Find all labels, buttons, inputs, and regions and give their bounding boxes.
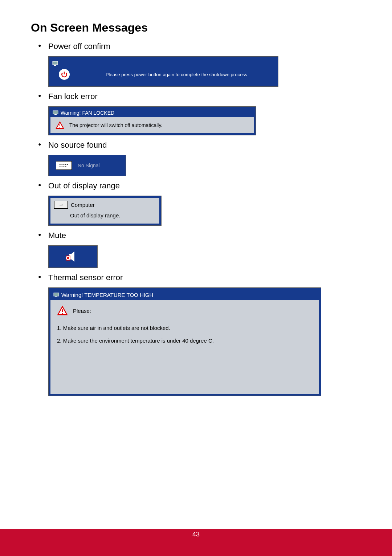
dialog-no-signal: ● ● ● ● ●● ● ● ● No Signal — [48, 155, 126, 176]
no-signal-message: No Signal — [78, 163, 100, 168]
svg-rect-4 — [60, 124, 60, 126]
thermal-title: Warning! TEMPERATURE TOO HIGH — [61, 292, 153, 298]
item-label-thermal: Thermal sensor error — [48, 273, 123, 282]
out-of-range-source: Computer — [71, 202, 95, 208]
monitor-icon — [52, 61, 58, 66]
dialog-out-of-range: ∴∴∴ Computer Out of display range. — [48, 196, 162, 226]
item-label-out-of-range: Out of display range — [48, 181, 120, 190]
item-label-power-off: Power off confirm — [48, 42, 110, 51]
item-label-no-source: No source found — [48, 140, 107, 150]
page-number: 43 — [192, 531, 200, 538]
power-icon — [59, 69, 70, 80]
mute-icon — [66, 252, 80, 262]
svg-rect-12 — [62, 309, 63, 312]
vga-icon: ● ● ● ● ●● ● ● ● — [56, 161, 72, 170]
item-label-mute: Mute — [48, 231, 66, 240]
page-heading: On Screen Messages — [31, 21, 361, 34]
dialog-mute — [48, 245, 98, 268]
dialog-power-off: Please press power button again to compl… — [48, 56, 278, 87]
svg-rect-0 — [53, 61, 58, 65]
dialog-thermal: Warning! TEMPERATURE TOO HIGH Please: 1.… — [48, 287, 321, 396]
thermal-step-1: 1. Make sure air in and outlets are not … — [57, 325, 313, 331]
svg-rect-1 — [54, 65, 56, 66]
svg-rect-11 — [55, 297, 57, 297]
svg-rect-13 — [62, 313, 63, 314]
out-of-range-message: Out of display range. — [54, 212, 156, 218]
monitor-icon — [53, 293, 59, 298]
thermal-please: Please: — [73, 308, 91, 314]
dialog-fan-lock: Warning! FAN LOCKED The projector will s… — [48, 106, 256, 135]
power-off-message: Please press power button again to compl… — [81, 72, 272, 77]
thermal-step-2: 2. Make sure the environment temperature… — [57, 338, 313, 344]
svg-rect-5 — [60, 127, 60, 128]
fan-lock-message: The projector will switch off automatica… — [69, 122, 162, 128]
item-label-fan-lock: Fan lock error — [48, 92, 98, 101]
svg-rect-10 — [54, 293, 59, 296]
warning-icon — [56, 121, 64, 130]
page-footer: 43 — [0, 529, 392, 556]
vga-icon: ∴∴∴ — [54, 201, 68, 209]
fan-lock-title: Warning! FAN LOCKED — [61, 110, 114, 116]
monitor-icon — [53, 110, 58, 115]
svg-rect-3 — [54, 114, 57, 115]
warning-icon — [57, 305, 68, 316]
svg-rect-2 — [53, 111, 58, 114]
